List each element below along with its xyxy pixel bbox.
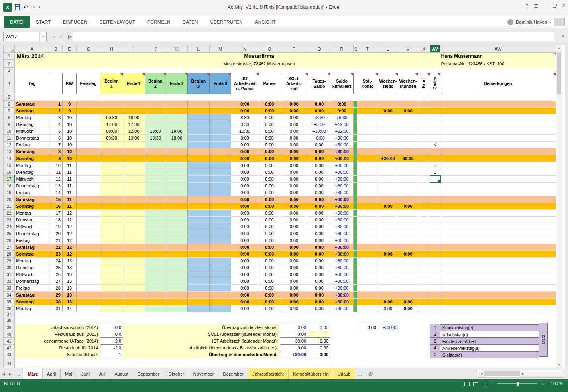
cell[interactable] — [210, 189, 231, 196]
sheet-tab-overflow-right[interactable]: ... — [355, 368, 365, 379]
cell[interactable]: 13 — [63, 278, 77, 285]
cell[interactable]: 10 — [63, 114, 77, 121]
cell[interactable]: 0:00 — [259, 285, 280, 292]
cell[interactable] — [166, 271, 188, 278]
page-break-view-icon[interactable] — [482, 382, 487, 386]
cell[interactable] — [145, 121, 166, 128]
cell[interactable]: +30:00 — [330, 162, 354, 169]
cell[interactable]: 0:00 — [231, 155, 259, 162]
cell[interactable]: 0:00 — [330, 108, 354, 114]
ribbon-tab-seitenlayout[interactable]: SEITENLAYOUT — [94, 16, 141, 28]
col-header-M[interactable]: M — [210, 45, 231, 53]
cell[interactable] — [398, 292, 418, 299]
cell[interactable] — [210, 203, 231, 210]
cell[interactable] — [77, 299, 100, 305]
cell-month-title[interactable]: März 2014 — [15, 53, 100, 60]
sheet-nav-left-icon[interactable]: ◀ — [0, 368, 7, 379]
cell[interactable] — [15, 312, 556, 317]
cell[interactable] — [77, 292, 100, 299]
row-header-44[interactable]: 44 — [4, 358, 15, 368]
cell[interactable] — [354, 142, 357, 148]
cell[interactable] — [354, 135, 357, 142]
cell[interactable] — [100, 251, 123, 258]
cell[interactable] — [166, 223, 188, 230]
cell[interactable] — [210, 251, 231, 258]
cell[interactable] — [77, 285, 100, 292]
cell[interactable] — [100, 101, 123, 108]
summary-mid-value1[interactable]: 0:00 — [280, 324, 308, 331]
cell[interactable] — [398, 114, 418, 121]
cell[interactable] — [145, 299, 166, 305]
cell[interactable] — [440, 237, 556, 244]
row-header-6[interactable]: 6 — [4, 101, 15, 108]
cell-day-name[interactable]: Montag — [15, 210, 49, 217]
cell[interactable]: 0:00 — [259, 128, 280, 135]
cell[interactable]: 0:00 — [398, 203, 418, 210]
cell[interactable] — [77, 305, 100, 312]
cell[interactable]: 8:00 — [231, 135, 259, 142]
cell[interactable]: 0:00 — [231, 223, 259, 230]
sheet-tab-august[interactable]: August — [110, 368, 133, 379]
col-header-V[interactable]: V — [398, 45, 418, 53]
cell[interactable]: 0:00 — [259, 101, 280, 108]
cell[interactable] — [440, 108, 556, 114]
cell[interactable] — [145, 223, 166, 230]
cell[interactable] — [210, 121, 231, 128]
cell[interactable]: 0:00 — [280, 183, 308, 189]
cell[interactable]: 0:00 — [231, 271, 259, 278]
cell[interactable]: 0:00 — [398, 108, 418, 114]
cell[interactable]: 3:30 — [231, 121, 259, 128]
sheet-nav-right-icon[interactable]: ▶ — [7, 368, 14, 379]
row-header-30[interactable]: 30 — [4, 264, 15, 271]
cell[interactable] — [100, 169, 123, 176]
cell[interactable] — [378, 101, 398, 108]
sheet-tab-juni[interactable]: Juni — [77, 368, 94, 379]
cell[interactable] — [357, 176, 378, 183]
cell[interactable]: 0:00 — [280, 292, 308, 299]
cell[interactable] — [210, 128, 231, 135]
row-header-13[interactable]: 13 — [4, 148, 15, 155]
cell[interactable] — [100, 217, 123, 223]
cell[interactable] — [354, 258, 357, 264]
cell[interactable] — [418, 292, 430, 299]
cell[interactable] — [100, 148, 123, 155]
cell[interactable] — [354, 183, 357, 189]
cell[interactable] — [398, 324, 430, 331]
cell[interactable] — [210, 162, 231, 169]
cell[interactable] — [188, 251, 210, 258]
cell[interactable]: 13:30 — [145, 135, 166, 142]
cell[interactable]: 0:00 — [280, 278, 308, 285]
cell[interactable] — [378, 278, 398, 285]
cell[interactable] — [145, 162, 166, 169]
cell[interactable] — [166, 176, 188, 183]
row-header-24[interactable]: 24 — [4, 223, 15, 230]
cell[interactable] — [440, 251, 556, 258]
cell[interactable] — [210, 244, 231, 251]
cell[interactable] — [354, 338, 357, 345]
cell[interactable] — [440, 155, 556, 162]
cell[interactable]: 0:00 — [280, 155, 308, 162]
cell[interactable]: +22:00 — [330, 128, 354, 135]
cell[interactable] — [210, 217, 231, 223]
cell[interactable] — [166, 237, 188, 244]
cell[interactable]: 11 — [63, 162, 77, 169]
cell[interactable] — [398, 162, 418, 169]
cell[interactable]: 0:00 — [259, 135, 280, 142]
cell[interactable]: 15 — [49, 196, 63, 203]
cell[interactable]: 1 — [49, 101, 63, 108]
cell[interactable] — [430, 196, 440, 203]
cell[interactable]: 12 — [63, 230, 77, 237]
cell[interactable] — [378, 237, 398, 244]
cell[interactable] — [15, 68, 556, 73]
cell[interactable]: 0:00 — [231, 251, 259, 258]
col-header-Q[interactable]: Q — [308, 45, 330, 53]
cell[interactable] — [188, 176, 210, 183]
cell[interactable] — [210, 135, 231, 142]
table-header-A[interactable]: Tag — [15, 73, 49, 94]
cell[interactable]: 0:00 — [259, 196, 280, 203]
cell[interactable]: 0:00 — [308, 264, 330, 271]
scroll-down-icon[interactable]: ▼ — [556, 362, 562, 368]
summary-mid-label[interactable]: Übertrag in den nächsten Monat: — [123, 351, 280, 358]
horizontal-scrollbar[interactable]: ◀ ▶ — [478, 370, 563, 378]
col-header-K[interactable]: K — [166, 45, 188, 53]
